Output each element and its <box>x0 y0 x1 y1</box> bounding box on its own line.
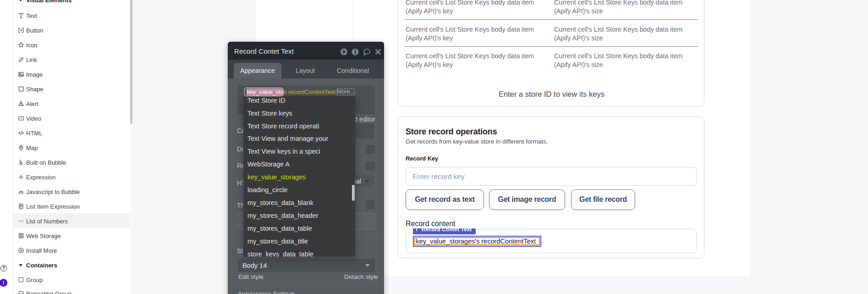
svg-text:JS: JS <box>18 190 23 194</box>
